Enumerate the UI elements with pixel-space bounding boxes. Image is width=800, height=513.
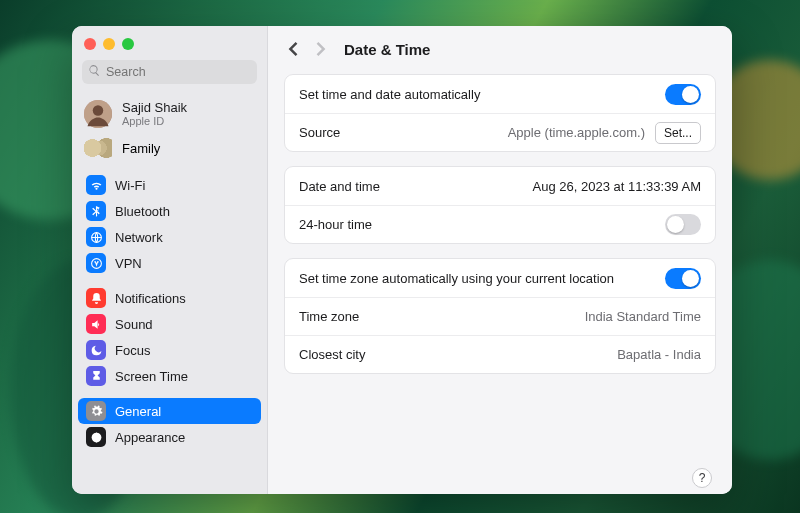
settings-group-0: Set time and date automaticallySourceApp… xyxy=(284,74,716,152)
sidebar-item-label: Sound xyxy=(115,317,153,332)
user-name: Sajid Shaik xyxy=(122,101,187,115)
sidebar-item-label: Screen Time xyxy=(115,369,188,384)
zoom-window-button[interactable] xyxy=(122,38,134,50)
settings-row: Closest cityBapatla - India xyxy=(285,335,715,373)
row-label: 24-hour time xyxy=(299,217,372,232)
toggle[interactable] xyxy=(665,214,701,235)
forward-button[interactable] xyxy=(312,40,330,58)
settings-group-1: Date and timeAug 26, 2023 at 11:33:39 AM… xyxy=(284,166,716,244)
sidebar: Sajid Shaik Apple ID Family Wi-FiBluetoo… xyxy=(72,26,268,494)
toolbar: Date & Time xyxy=(268,26,732,72)
system-settings-window: Sajid Shaik Apple ID Family Wi-FiBluetoo… xyxy=(72,26,732,494)
appearance-icon xyxy=(86,427,106,447)
family-row[interactable]: Family xyxy=(72,134,267,168)
sidebar-item-focus[interactable]: Focus xyxy=(78,337,261,363)
settings-row: Date and timeAug 26, 2023 at 11:33:39 AM xyxy=(285,167,715,205)
moon-icon xyxy=(86,340,106,360)
toggle[interactable] xyxy=(665,84,701,105)
speaker-icon xyxy=(86,314,106,334)
row-label: Source xyxy=(299,125,340,140)
content: Set time and date automaticallySourceApp… xyxy=(268,72,732,494)
bluetooth-icon xyxy=(86,201,106,221)
row-value: India Standard Time xyxy=(585,309,701,324)
sidebar-item-label: Focus xyxy=(115,343,150,358)
sidebar-item-notifications[interactable]: Notifications xyxy=(78,285,261,311)
sidebar-item-label: VPN xyxy=(115,256,142,271)
row-label: Closest city xyxy=(299,347,365,362)
row-label: Time zone xyxy=(299,309,359,324)
row-value: Apple (time.apple.com.) xyxy=(508,125,645,140)
svg-point-1 xyxy=(93,105,104,116)
wifi-icon xyxy=(86,175,106,195)
gear-icon xyxy=(86,401,106,421)
sidebar-item-vpn[interactable]: VPN xyxy=(78,250,261,276)
sidebar-item-bluetooth[interactable]: Bluetooth xyxy=(78,198,261,224)
family-label: Family xyxy=(122,141,160,156)
sidebar-item-label: Bluetooth xyxy=(115,204,170,219)
settings-row: Set time and date automatically xyxy=(285,75,715,113)
sidebar-item-label: Wi-Fi xyxy=(115,178,145,193)
settings-row: Time zoneIndia Standard Time xyxy=(285,297,715,335)
window-controls xyxy=(72,32,267,60)
sidebar-item-screentime[interactable]: Screen Time xyxy=(78,363,261,389)
row-label: Set time zone automatically using your c… xyxy=(299,271,614,286)
page-title: Date & Time xyxy=(344,41,430,58)
sidebar-item-wifi[interactable]: Wi-Fi xyxy=(78,172,261,198)
back-button[interactable] xyxy=(284,40,302,58)
row-label: Date and time xyxy=(299,179,380,194)
row-value: Aug 26, 2023 at 11:33:39 AM xyxy=(533,179,701,194)
settings-group-2: Set time zone automatically using your c… xyxy=(284,258,716,374)
sidebar-item-general[interactable]: General xyxy=(78,398,261,424)
user-avatar-icon xyxy=(84,100,112,128)
sidebar-item-label: Appearance xyxy=(115,430,185,445)
search-field[interactable] xyxy=(82,60,257,84)
bell-icon xyxy=(86,288,106,308)
help-button[interactable]: ? xyxy=(692,468,712,488)
row-label: Set time and date automatically xyxy=(299,87,480,102)
minimize-window-button[interactable] xyxy=(103,38,115,50)
sidebar-item-label: Notifications xyxy=(115,291,186,306)
user-sublabel: Apple ID xyxy=(122,115,187,127)
set-button[interactable]: Set... xyxy=(655,122,701,144)
family-icon xyxy=(84,138,112,158)
main-pane: Date & Time Set time and date automatica… xyxy=(268,26,732,494)
sidebar-item-sound[interactable]: Sound xyxy=(78,311,261,337)
settings-row: 24-hour time xyxy=(285,205,715,243)
sidebar-nav: Wi-FiBluetoothNetworkVPNNotificationsSou… xyxy=(72,168,267,454)
sidebar-item-network[interactable]: Network xyxy=(78,224,261,250)
sidebar-item-label: Network xyxy=(115,230,163,245)
sidebar-item-appearance[interactable]: Appearance xyxy=(78,424,261,450)
row-value: Bapatla - India xyxy=(617,347,701,362)
settings-row: Set time zone automatically using your c… xyxy=(285,259,715,297)
search-input[interactable] xyxy=(106,65,251,79)
network-icon xyxy=(86,227,106,247)
apple-id-row[interactable]: Sajid Shaik Apple ID xyxy=(72,94,267,134)
search-icon xyxy=(88,63,101,81)
toggle[interactable] xyxy=(665,268,701,289)
vpn-icon xyxy=(86,253,106,273)
settings-row: SourceApple (time.apple.com.)Set... xyxy=(285,113,715,151)
close-window-button[interactable] xyxy=(84,38,96,50)
sidebar-item-label: General xyxy=(115,404,161,419)
hourglass-icon xyxy=(86,366,106,386)
